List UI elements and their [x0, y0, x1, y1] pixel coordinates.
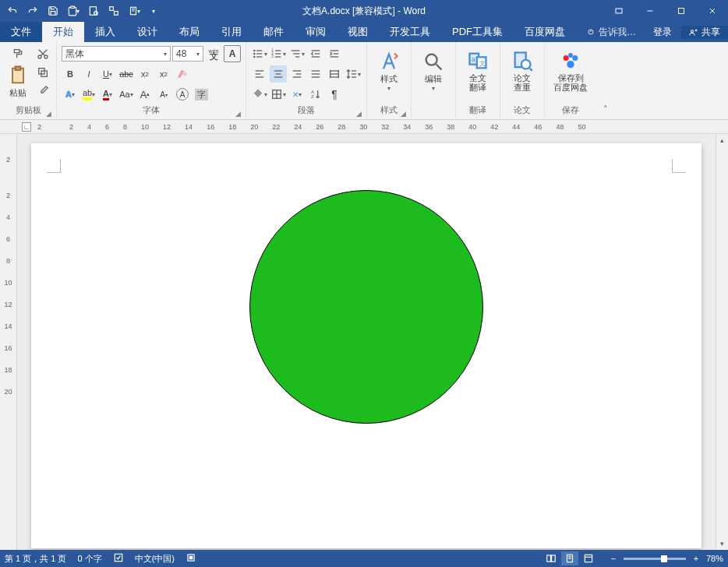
customize-qat-button[interactable]: ▾	[147, 3, 162, 19]
status-page[interactable]: 第 1 页，共 1 页	[5, 553, 66, 565]
document-scroll[interactable]	[17, 134, 716, 550]
quick-print-button[interactable]: ▾	[126, 3, 142, 19]
clear-formatting-button[interactable]	[174, 65, 191, 83]
superscript-button[interactable]: x2	[155, 65, 172, 83]
zoom-percent[interactable]: 78%	[706, 554, 723, 563]
ruler-horizontal[interactable]: ∟ 22468101214161820222426283032343638404…	[0, 120, 728, 134]
tab-pdf[interactable]: PDF工具集	[441, 22, 514, 42]
collapse-ribbon-button[interactable]: ˄	[596, 42, 615, 119]
numbering-button[interactable]: 123▾	[270, 45, 287, 62]
tab-view[interactable]: 视图	[337, 22, 379, 42]
shrink-font-button[interactable]: A▾	[155, 86, 172, 103]
check-button[interactable]: 论文 查重	[505, 45, 539, 97]
character-border-button[interactable]: A	[224, 45, 241, 62]
status-proofing-icon[interactable]	[113, 552, 124, 565]
highlight-button[interactable]: ab▾	[80, 86, 97, 103]
cut-button[interactable]	[34, 45, 51, 62]
redo-button[interactable]	[25, 3, 41, 19]
scroll-up-button[interactable]: ▴	[716, 134, 728, 146]
tab-home[interactable]: 开始	[42, 22, 84, 42]
enclose-characters-button[interactable]: A	[174, 86, 191, 103]
paragraph-dialog-launcher[interactable]: ◢	[356, 110, 362, 118]
status-macro-icon[interactable]	[186, 552, 196, 565]
undo-button[interactable]	[5, 3, 20, 19]
page[interactable]	[31, 143, 701, 548]
borders-button[interactable]: ▾	[270, 86, 287, 103]
tell-me-search[interactable]: 告诉我…	[578, 26, 644, 39]
save-baidu-button[interactable]: 保存到 百度网盘	[550, 45, 592, 97]
zoom-in-button[interactable]: +	[691, 554, 701, 563]
asian-layout-button[interactable]: ✕▾	[288, 86, 306, 103]
tab-file[interactable]: 文件	[0, 22, 42, 42]
italic-button[interactable]: I	[80, 65, 97, 83]
minimize-button[interactable]	[634, 0, 666, 22]
decrease-indent-button[interactable]	[307, 45, 324, 62]
zoom-out-button[interactable]: −	[608, 554, 619, 563]
status-words[interactable]: 0 个字	[77, 553, 101, 565]
status-lang[interactable]: 中文(中国)	[135, 553, 175, 565]
sort-button[interactable]: AZ	[307, 86, 324, 103]
paste-button[interactable]: 粘贴	[5, 62, 31, 100]
save-button[interactable]	[45, 3, 61, 19]
scroll-track[interactable]	[716, 146, 728, 537]
change-case-button[interactable]: Aa▾	[118, 86, 135, 103]
paste-qat-button[interactable]: ▾	[65, 3, 81, 19]
justify-button[interactable]	[307, 65, 324, 83]
align-center-button[interactable]	[270, 65, 287, 83]
view-print-button[interactable]	[561, 551, 578, 565]
show-marks-button[interactable]: ¶	[326, 86, 343, 103]
copy-button[interactable]	[34, 64, 51, 81]
increase-indent-button[interactable]	[326, 45, 343, 62]
format-painter-button[interactable]	[34, 83, 51, 100]
tab-developer[interactable]: 开发工具	[379, 22, 441, 42]
font-family-select[interactable]: 黑体▾	[62, 46, 171, 62]
bullets-button[interactable]: ▾	[251, 45, 268, 62]
styles-dialog-launcher[interactable]: ◢	[401, 110, 406, 118]
share-button[interactable]: 共享	[681, 26, 728, 39]
tab-insert[interactable]: 插入	[84, 22, 126, 42]
tab-references[interactable]: 引用	[210, 22, 253, 42]
vertical-scrollbar[interactable]: ▴ ▾	[716, 134, 728, 550]
scroll-down-button[interactable]: ▾	[716, 537, 728, 550]
ruler-vertical[interactable]: 22468101214161820	[0, 134, 17, 550]
editing-button[interactable]: 编辑 ▾	[416, 45, 451, 97]
tab-review[interactable]: 审阅	[295, 22, 337, 42]
zoom-slider[interactable]	[624, 558, 686, 560]
font-size-select[interactable]: 48▾	[172, 46, 203, 62]
translate-button[interactable]: a文 全文 翻译	[461, 45, 495, 97]
styles-button[interactable]: 样式 ▾	[372, 45, 406, 97]
align-left-button[interactable]	[251, 65, 268, 83]
tab-mailings[interactable]: 邮件	[253, 22, 295, 42]
underline-button[interactable]: U▾	[99, 65, 116, 83]
font-color-button[interactable]: A▾	[99, 86, 116, 103]
shape-circle[interactable]	[249, 190, 483, 424]
ribbon-display-button[interactable]	[603, 0, 634, 22]
repeat-button[interactable]	[106, 3, 122, 19]
text-effects-button[interactable]: A▾	[62, 86, 79, 103]
distributed-button[interactable]	[326, 65, 343, 83]
grow-font-button[interactable]: A▴	[136, 86, 154, 103]
strikethrough-button[interactable]: abc	[118, 65, 135, 83]
view-web-button[interactable]	[580, 551, 597, 565]
preview-button[interactable]	[86, 3, 101, 19]
subscript-button[interactable]: x2	[136, 65, 154, 83]
view-read-button[interactable]	[542, 551, 560, 565]
clipboard-dialog-launcher[interactable]: ◢	[46, 110, 51, 118]
align-right-button[interactable]	[288, 65, 306, 83]
format-painter-toggle-icon[interactable]	[5, 45, 31, 62]
tab-selector[interactable]: ∟	[22, 122, 31, 132]
zoom-slider-thumb[interactable]	[661, 555, 667, 562]
phonetic-guide-button[interactable]: wén文	[205, 45, 222, 62]
font-dialog-launcher[interactable]: ◢	[235, 110, 241, 118]
line-spacing-button[interactable]: ▾	[345, 65, 362, 83]
bold-button[interactable]: B	[62, 65, 79, 83]
maximize-button[interactable]	[666, 0, 697, 22]
multilevel-list-button[interactable]: ▾	[288, 45, 306, 62]
tab-baidu[interactable]: 百度网盘	[514, 22, 576, 42]
shading-button[interactable]: ▾	[251, 86, 268, 103]
character-shading-button[interactable]: 字	[193, 86, 210, 103]
tab-layout[interactable]: 布局	[168, 22, 210, 42]
tab-design[interactable]: 设计	[126, 22, 168, 42]
close-button[interactable]	[697, 0, 728, 22]
login-button[interactable]: 登录	[644, 26, 681, 39]
